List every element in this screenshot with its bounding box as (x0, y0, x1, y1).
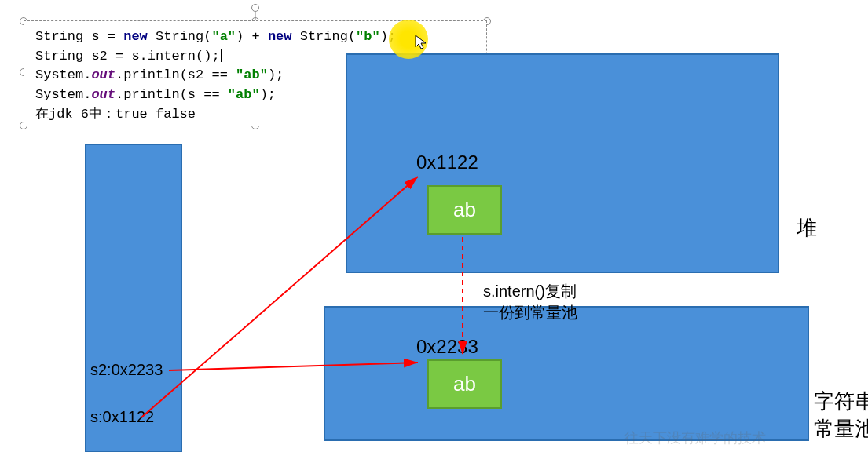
stack-region (85, 144, 182, 452)
heap-address-label: 0x1122 (416, 151, 478, 173)
heap-label: 堆 (797, 214, 817, 242)
watermark-text: 往天下没有难学的技术 (624, 428, 766, 447)
string-pool-region (324, 306, 809, 441)
rotate-handle (251, 4, 259, 12)
intern-note: s.intern()复制 一份到常量池 (483, 281, 577, 323)
pool-address-label: 0x2233 (416, 336, 478, 358)
stack-var-s: s:0x1122 (90, 408, 154, 426)
heap-object-cell: ab (427, 185, 502, 235)
pool-label: 字符串常量池 (814, 388, 868, 443)
heap-region (346, 53, 779, 273)
mouse-cursor-icon (415, 35, 430, 50)
stack-var-s2: s2:0x2233 (90, 361, 163, 379)
pool-object-cell: ab (427, 359, 502, 409)
